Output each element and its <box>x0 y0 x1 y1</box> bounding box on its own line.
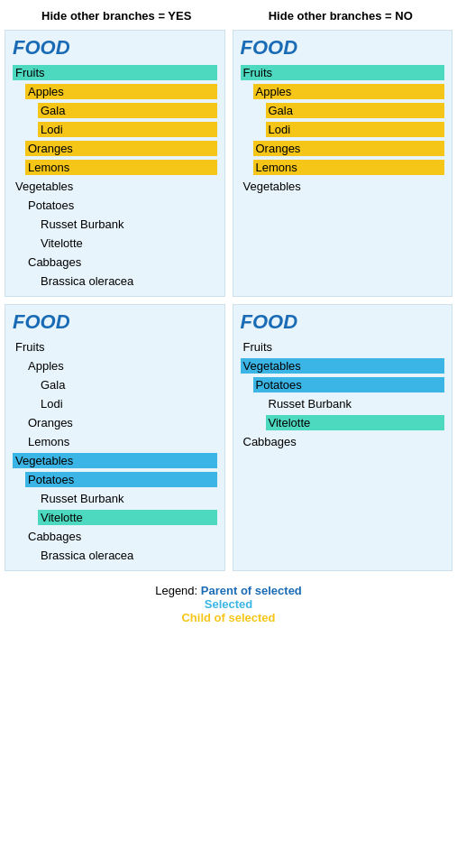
potatoes-label: Potatoes <box>25 198 217 213</box>
vitelotte-label: Vitelotte <box>38 510 217 525</box>
panel-q3-title: FOOD <box>13 310 217 334</box>
gala-label: Gala <box>38 377 217 392</box>
panel-q1-title: FOOD <box>13 36 217 60</box>
tree-item: Potatoes <box>13 470 217 489</box>
tree-item: Vegetables <box>241 356 445 375</box>
lemons-label: Lemons <box>25 160 217 175</box>
brassica-label: Brassica oleracea <box>38 273 217 289</box>
lemons-label: Lemons <box>253 160 445 175</box>
tree-item: Fruits <box>13 337 217 356</box>
panel-q2: FOOD Fruits Apples Gala Lodi Oranges Lem… <box>233 30 453 297</box>
vitelotte-label: Vitelotte <box>266 415 445 430</box>
russet-label: Russet Burbank <box>38 217 217 232</box>
lemons-label: Lemons <box>25 434 217 449</box>
cabbages-label: Cabbages <box>25 529 217 544</box>
oranges-label: Oranges <box>25 415 217 430</box>
top-labels: Hide other branches = YES Hide other bra… <box>5 9 452 23</box>
tree-item: Vegetables <box>13 177 217 196</box>
tree-item: Cabbages <box>13 253 217 272</box>
panel-q2-title: FOOD <box>241 36 445 60</box>
russet-label: Russet Burbank <box>38 491 217 506</box>
tree-item: Lodi <box>13 120 217 139</box>
lodi-label: Lodi <box>38 122 217 137</box>
cabbages-label: Cabbages <box>241 434 445 449</box>
vitelotte-label: Vitelotte <box>38 235 217 251</box>
panel-q1: FOOD Fruits Apples Gala Lodi Oranges Lem… <box>5 30 225 297</box>
cabbages-label: Cabbages <box>25 254 217 270</box>
tree-item: Russet Burbank <box>241 394 445 413</box>
legend-parent: Parent of selected <box>201 584 302 597</box>
legend-selected: Selected <box>205 597 252 611</box>
tree-item: Lodi <box>241 120 445 139</box>
tree-item: Potatoes <box>241 375 445 394</box>
quadrants: FOOD Fruits Apples Gala Lodi Oranges Lem… <box>5 30 452 571</box>
tree-item: Oranges <box>13 413 217 432</box>
tree-item: Lemons <box>13 158 217 177</box>
fruits-label: Fruits <box>241 339 445 355</box>
vegetables-label: Vegetables <box>13 453 217 468</box>
lodi-label: Lodi <box>38 396 217 411</box>
tree-item: Apples <box>13 82 217 101</box>
panel-q4-title: FOOD <box>241 310 445 334</box>
tree-item: Fruits <box>241 337 445 356</box>
potatoes-label: Potatoes <box>25 472 217 487</box>
russet-label: Russet Burbank <box>266 396 445 411</box>
lodi-label: Lodi <box>266 122 445 137</box>
tree-item: Vitelotte <box>241 413 445 432</box>
brassica-label: Brassica oleracea <box>38 548 217 563</box>
tree-item: Fruits <box>13 63 217 82</box>
vegetables-label: Vegetables <box>241 179 445 194</box>
tree-item: Oranges <box>13 139 217 158</box>
tree-item: Brassica oleracea <box>13 546 217 565</box>
panel-q3: FOOD Fruits Apples Gala Lodi Oranges Lem… <box>5 304 225 571</box>
legend-child: Child of selected <box>181 611 275 624</box>
tree-item: Vitelotte <box>13 234 217 253</box>
tree-item: Lemons <box>241 158 445 177</box>
legend-prefix: Legend: <box>155 584 197 597</box>
apples-label: Apples <box>25 358 217 374</box>
yes-label: Hide other branches = YES <box>5 9 229 23</box>
tree-item: Apples <box>241 82 445 101</box>
tree-item: Cabbages <box>241 432 445 451</box>
tree-item: Cabbages <box>13 527 217 546</box>
tree-item: Vegetables <box>241 177 445 196</box>
apples-label: Apples <box>25 84 217 99</box>
tree-item: Potatoes <box>13 196 217 215</box>
potatoes-label: Potatoes <box>253 377 445 392</box>
gala-label: Gala <box>266 103 445 118</box>
gala-label: Gala <box>38 103 217 118</box>
tree-item: Russet Burbank <box>13 489 217 508</box>
tree-item: Brassica oleracea <box>13 272 217 291</box>
main-container: Hide other branches = YES Hide other bra… <box>0 0 457 633</box>
legend-section: Legend: Parent of selected Selected Chil… <box>155 584 302 624</box>
tree-item: Gala <box>13 375 217 394</box>
vegetables-label: Vegetables <box>13 179 217 194</box>
fruits-label: Fruits <box>13 65 217 80</box>
vegetables-label: Vegetables <box>241 358 445 374</box>
tree-item: Vegetables <box>13 451 217 470</box>
fruits-label: Fruits <box>241 65 445 80</box>
no-label: Hide other branches = NO <box>229 9 453 23</box>
tree-item: Lodi <box>13 394 217 413</box>
apples-label: Apples <box>253 84 445 99</box>
oranges-label: Oranges <box>25 141 217 156</box>
tree-item: Lemons <box>13 432 217 451</box>
tree-item: Oranges <box>241 139 445 158</box>
fruits-label: Fruits <box>13 339 217 355</box>
oranges-label: Oranges <box>253 141 445 156</box>
tree-item: Fruits <box>241 63 445 82</box>
tree-item: Gala <box>13 101 217 120</box>
tree-item: Vitelotte <box>13 508 217 527</box>
tree-item: Apples <box>13 356 217 375</box>
panel-q4: FOOD Fruits Vegetables Potatoes Russet B… <box>233 304 453 571</box>
tree-item: Gala <box>241 101 445 120</box>
tree-item: Russet Burbank <box>13 215 217 234</box>
